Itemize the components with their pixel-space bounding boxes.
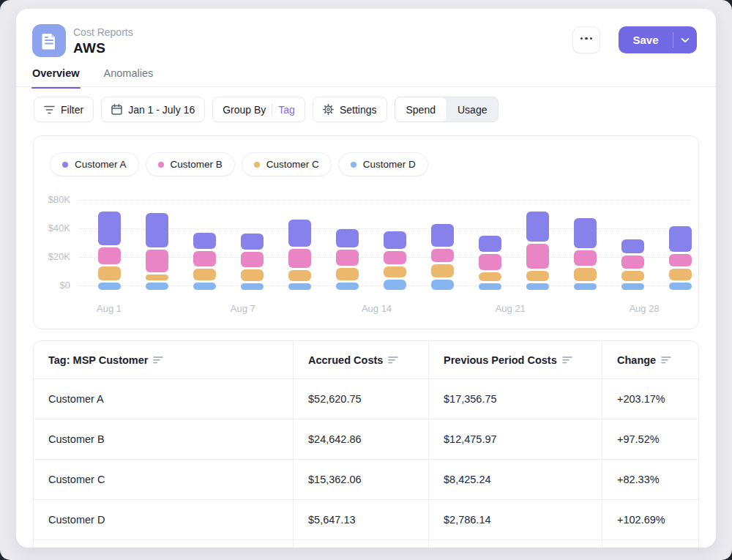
- bar-segment-customer-b: [146, 250, 168, 272]
- y-axis-label: $20K: [34, 251, 70, 262]
- bar-segment-customer-d: [621, 283, 644, 290]
- settings-button[interactable]: Settings: [313, 97, 387, 122]
- chart-legend: Customer ACustomer BCustomer CCustomer D: [50, 152, 428, 176]
- bar-segment-customer-d: [98, 283, 121, 290]
- group-by-value[interactable]: Tag: [278, 104, 295, 116]
- toggle-option-usage[interactable]: Usage: [447, 97, 498, 122]
- bar-segment-customer-c: [384, 266, 406, 278]
- bar-segment-customer-c: [241, 269, 264, 281]
- tab-overview[interactable]: Overview: [31, 67, 81, 88]
- legend-pill-customer-c[interactable]: Customer C: [242, 152, 332, 176]
- bar-segment-customer-b: [288, 249, 311, 268]
- table-cell: $52,620.75: [294, 379, 429, 419]
- sort-icon[interactable]: [661, 356, 671, 364]
- bar-segment-customer-b: [526, 244, 549, 269]
- cost-table: Tag: MSP CustomerAccrued CostsPrevious P…: [33, 340, 699, 548]
- table-row-customer-d: Customer D$5,647.13$2,786.14+102.69%: [34, 499, 698, 540]
- gridline: [79, 200, 692, 201]
- table-cell: Customer B: [34, 419, 294, 459]
- column-header-label: Tag: MSP Customer: [48, 354, 148, 366]
- bar-segment-customer-c: [98, 266, 121, 281]
- bar-segment-customer-a: [526, 212, 549, 242]
- bar-segment-customer-d: [336, 283, 359, 290]
- page-background: Cost Reports AWS Save OverviewAnomalies: [0, 0, 732, 560]
- chevron-down-icon: [681, 37, 690, 43]
- group-by-divider: [272, 104, 272, 116]
- tabs-divider: [16, 86, 716, 87]
- bar-segment-customer-c: [336, 268, 359, 281]
- bar-segment-customer-c: [193, 269, 216, 281]
- bar-segment-customer-a: [146, 213, 168, 247]
- x-axis-label: Aug 21: [485, 303, 536, 314]
- save-dropdown-button[interactable]: [673, 37, 697, 43]
- bar-segment-customer-a: [574, 218, 597, 248]
- bar-segment-customer-a: [288, 220, 311, 247]
- save-button[interactable]: Save: [619, 34, 673, 46]
- x-axis-label: Aug 28: [619, 303, 670, 314]
- save-split-button[interactable]: Save: [619, 26, 697, 53]
- bar-segment-customer-d: [241, 283, 264, 290]
- legend-label: Customer D: [363, 159, 416, 170]
- legend-pill-customer-b[interactable]: Customer B: [146, 152, 235, 176]
- legend-dot: [158, 162, 164, 168]
- table-cell: +102.69%: [602, 500, 699, 540]
- table-row-customer-c: Customer C$15,362.06$8,425.24+82.33%: [34, 459, 698, 499]
- column-header-4[interactable]: Change: [602, 341, 699, 378]
- table-cell: $12,475.97: [429, 419, 602, 459]
- bar-segment-customer-a: [479, 236, 501, 251]
- gear-icon: [323, 104, 334, 115]
- app-card: Cost Reports AWS Save OverviewAnomalies: [16, 9, 716, 548]
- bar-segment-customer-b: [431, 249, 454, 262]
- date-range-button[interactable]: Jan 1 - July 16: [101, 97, 205, 122]
- bar-segment-customer-d: [146, 283, 168, 290]
- bar-segment-customer-a: [669, 226, 692, 252]
- legend-dot: [62, 162, 68, 168]
- tab-anomalies[interactable]: Anomalies: [103, 67, 154, 88]
- gridline: [79, 228, 692, 229]
- filter-button[interactable]: Filter: [34, 97, 94, 122]
- table-row-customer-b: Customer B$24,642.86$12,475.97+97.52%: [34, 419, 698, 459]
- bar-segment-customer-d: [574, 283, 597, 290]
- sort-icon[interactable]: [388, 356, 398, 364]
- sort-icon[interactable]: [153, 356, 163, 364]
- y-axis-label: $40K: [34, 223, 70, 234]
- table-cell: +97.52%: [602, 419, 699, 459]
- table-cell: +82.33%: [602, 460, 699, 499]
- legend-label: Customer B: [171, 159, 223, 170]
- bar-segment-customer-a: [336, 229, 359, 247]
- bar-segment-customer-a: [98, 212, 121, 246]
- column-header-1[interactable]: Tag: MSP Customer: [34, 341, 294, 378]
- table-header-row: Tag: MSP CustomerAccrued CostsPrevious P…: [34, 341, 698, 378]
- bar-segment-customer-c: [431, 264, 454, 278]
- breadcrumb: Cost Reports: [73, 26, 133, 38]
- column-header-3[interactable]: Previous Period Costs: [429, 341, 602, 378]
- tab-bar: OverviewAnomalies: [31, 67, 154, 88]
- bar-segment-customer-c: [574, 268, 597, 281]
- more-button[interactable]: [572, 26, 600, 53]
- column-header-2[interactable]: Accrued Costs: [294, 341, 429, 378]
- legend-dot: [351, 162, 356, 168]
- bar-segment-customer-c: [526, 271, 549, 281]
- bar-segment-customer-b: [669, 254, 692, 266]
- bar-segment-customer-c: [621, 271, 644, 281]
- bar-segment-customer-c: [146, 275, 168, 280]
- legend-pill-customer-a[interactable]: Customer A: [50, 152, 139, 176]
- bar-segment-customer-a: [431, 224, 454, 247]
- bar-segment-customer-d: [479, 283, 501, 290]
- toggle-option-spend[interactable]: Spend: [395, 97, 447, 122]
- y-axis-label: $0: [34, 280, 70, 291]
- bar-segment-customer-b: [98, 247, 121, 264]
- table-cell: $2,786.14: [429, 500, 602, 540]
- page-title: AWS: [73, 40, 105, 56]
- chart-card: Customer ACustomer BCustomer CCustomer D…: [33, 135, 699, 329]
- group-by-button[interactable]: Group By Tag: [212, 97, 305, 122]
- toolbar: Filter Jan 1 - July 16 Group By Tag: [34, 97, 498, 122]
- bar-segment-customer-a: [241, 234, 264, 249]
- sort-icon[interactable]: [562, 356, 572, 364]
- bar-segment-customer-d: [384, 280, 406, 290]
- x-axis-label: Aug 7: [217, 303, 269, 314]
- legend-pill-customer-d[interactable]: Customer D: [338, 152, 428, 176]
- table-cell: $15,362.06: [294, 460, 429, 499]
- ellipsis-icon: [580, 37, 593, 40]
- table-cell: Customer A: [34, 379, 294, 419]
